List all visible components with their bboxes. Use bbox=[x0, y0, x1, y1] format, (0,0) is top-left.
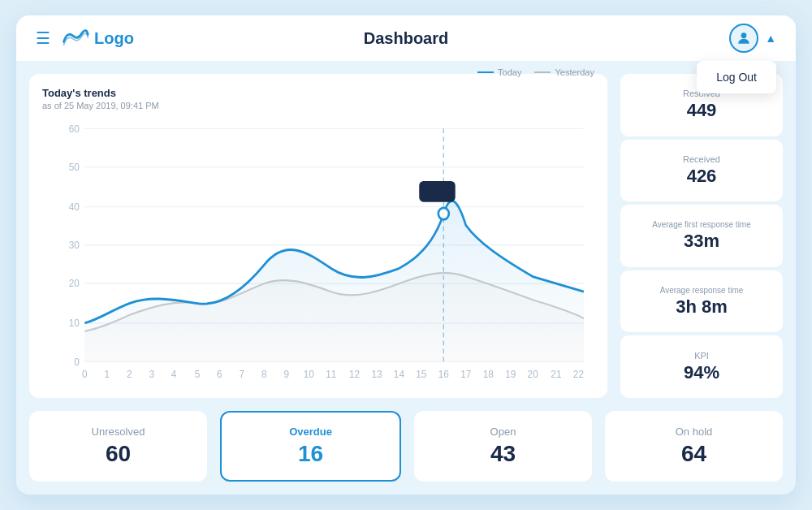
bottom-card-value-onhold: 64 bbox=[681, 441, 706, 467]
page-title: Dashboard bbox=[364, 29, 448, 48]
legend-today-line bbox=[477, 71, 494, 73]
stat-label-avg-first-response: Average first response time bbox=[652, 220, 751, 229]
svg-text:2: 2 bbox=[127, 369, 132, 381]
svg-text:40: 40 bbox=[69, 201, 80, 213]
svg-text:19: 19 bbox=[505, 369, 516, 381]
main-content: Today's trends as of 25 May 2019, 09:41 … bbox=[16, 61, 796, 411]
svg-text:20: 20 bbox=[69, 278, 80, 290]
svg-point-41 bbox=[438, 208, 449, 219]
logo-area: Logo bbox=[60, 27, 134, 50]
bottom-card-onhold[interactable]: On hold 64 bbox=[605, 411, 783, 482]
svg-text:7: 7 bbox=[240, 369, 245, 381]
logo-icon bbox=[60, 27, 89, 50]
legend-today: Today bbox=[477, 67, 521, 77]
svg-text:10: 10 bbox=[69, 318, 80, 330]
svg-text:6: 6 bbox=[217, 369, 222, 381]
stat-card-avg-first-response: Average first response time 33m bbox=[620, 205, 783, 267]
svg-text:30: 30 bbox=[69, 240, 80, 252]
chevron-up-icon[interactable]: ▲ bbox=[765, 32, 776, 45]
bottom-card-unresolved[interactable]: Unresolved 60 bbox=[29, 411, 207, 482]
stat-label-received: Received bbox=[683, 154, 720, 164]
stat-value-received: 426 bbox=[687, 166, 717, 187]
bottom-card-value-open: 43 bbox=[490, 441, 516, 467]
svg-text:20: 20 bbox=[528, 369, 538, 381]
svg-text:0: 0 bbox=[82, 369, 88, 381]
legend-yesterday: Yesterday bbox=[534, 67, 594, 77]
legend-yesterday-line bbox=[534, 71, 551, 73]
stat-value-resolved: 449 bbox=[687, 100, 717, 121]
stat-label-kpi: KPI bbox=[694, 351, 709, 361]
svg-text:21: 21 bbox=[551, 369, 561, 381]
svg-text:38: 38 bbox=[430, 184, 443, 199]
logout-dropdown[interactable]: Log Out bbox=[697, 61, 776, 93]
stat-card-kpi: KPI 94% bbox=[620, 335, 783, 398]
header-right: ▲ Log Out bbox=[729, 24, 776, 53]
svg-text:60: 60 bbox=[69, 123, 80, 135]
svg-text:8: 8 bbox=[261, 369, 267, 381]
chart-area: 0 10 20 30 40 50 60 0 1 2 3 4 5 6 7 8 bbox=[42, 117, 594, 385]
chart-svg: 0 10 20 30 40 50 60 0 1 2 3 4 5 6 7 8 bbox=[42, 117, 594, 385]
svg-text:13: 13 bbox=[371, 369, 382, 381]
stats-panel: Resolved 449 Received 426 Average first … bbox=[620, 74, 783, 398]
svg-text:5: 5 bbox=[195, 369, 201, 381]
svg-text:3: 3 bbox=[149, 369, 154, 381]
bottom-card-value-overdue: 16 bbox=[298, 441, 323, 467]
svg-text:50: 50 bbox=[69, 162, 80, 174]
svg-text:4: 4 bbox=[171, 369, 177, 381]
svg-text:9: 9 bbox=[283, 369, 289, 381]
bottom-card-open[interactable]: Open 43 bbox=[414, 411, 592, 482]
bottom-card-value-unresolved: 60 bbox=[106, 441, 131, 467]
svg-text:11: 11 bbox=[326, 369, 336, 381]
svg-text:14: 14 bbox=[394, 369, 404, 381]
stat-value-avg-first-response: 33m bbox=[684, 231, 719, 252]
stat-value-avg-response: 3h 8m bbox=[676, 296, 728, 318]
logo-text: Logo bbox=[94, 29, 134, 48]
bottom-card-label-unresolved: Unresolved bbox=[92, 426, 145, 438]
svg-text:22: 22 bbox=[573, 369, 584, 381]
legend-yesterday-label: Yesterday bbox=[555, 67, 594, 77]
chart-legend: Today Yesterday bbox=[477, 67, 594, 77]
bottom-card-overdue[interactable]: Overdue 16 bbox=[220, 411, 401, 482]
chart-panel: Today's trends as of 25 May 2019, 09:41 … bbox=[29, 74, 607, 398]
svg-text:10: 10 bbox=[304, 369, 314, 381]
chart-title: Today's trends bbox=[42, 87, 159, 99]
legend-today-label: Today bbox=[498, 67, 521, 77]
hamburger-icon[interactable]: ☰ bbox=[36, 28, 50, 48]
bottom-card-label-open: Open bbox=[490, 426, 516, 438]
stat-value-kpi: 94% bbox=[684, 362, 719, 383]
app-container: ☰ Logo Dashboard ▲ Log Out bbox=[16, 15, 796, 495]
logout-label: Log Out bbox=[716, 71, 757, 84]
chart-subtitle: as of 25 May 2019, 09:41 PM bbox=[42, 101, 159, 110]
svg-text:1: 1 bbox=[104, 369, 110, 381]
svg-text:16: 16 bbox=[438, 369, 449, 381]
avatar-button[interactable] bbox=[729, 24, 758, 53]
stat-card-received: Received 426 bbox=[620, 140, 783, 202]
svg-text:15: 15 bbox=[416, 369, 426, 381]
svg-text:18: 18 bbox=[483, 369, 494, 381]
stat-label-avg-response: Average response time bbox=[660, 286, 744, 295]
stat-card-avg-response: Average response time 3h 8m bbox=[620, 270, 783, 333]
bottom-row: Unresolved 60 Overdue 16 Open 43 On hold… bbox=[16, 411, 796, 495]
header: ☰ Logo Dashboard ▲ Log Out bbox=[16, 15, 796, 61]
svg-text:0: 0 bbox=[74, 356, 80, 368]
svg-text:17: 17 bbox=[460, 369, 471, 381]
svg-point-0 bbox=[741, 32, 747, 38]
bottom-card-label-onhold: On hold bbox=[676, 426, 713, 438]
bottom-card-label-overdue: Overdue bbox=[289, 426, 332, 438]
svg-text:12: 12 bbox=[349, 369, 360, 381]
